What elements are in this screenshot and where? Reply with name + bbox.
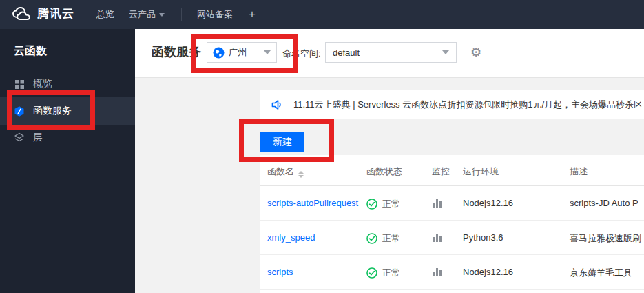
status-text: 正常 (382, 232, 400, 245)
runtime-cell: Python3.6 (463, 232, 503, 243)
speaker-icon (271, 99, 284, 110)
gear-icon[interactable]: ⚙ (470, 43, 481, 62)
status-cell: 正常 (366, 232, 400, 245)
sidebar-item-label: 函数服务 (33, 105, 72, 117)
monitor-chart-icon[interactable] (432, 198, 443, 210)
sidebar: 云函数 概览 函数服务 层 (0, 29, 135, 293)
status-cell: 正常 (366, 267, 400, 279)
column-header-status: 函数状态 (366, 165, 402, 178)
runtime-cell: Nodejs12.16 (463, 267, 513, 277)
navbar-divider (181, 8, 182, 21)
function-table: 函数名 函数状态 监控 运行环境 描述 scripts-autoPullrequ… (260, 155, 644, 293)
cloud-logo-icon (11, 6, 32, 21)
function-hexagon-icon (14, 105, 25, 117)
status-ok-icon (366, 267, 377, 279)
table-row: scripts-autoPullrequest 正常 Nodejs12.16 s… (260, 186, 644, 221)
banner-text: 11.11云上盛典 | Serverless 云函数冰点折扣资源包限时抢购1元/… (293, 99, 643, 111)
table-header-row: 函数名 函数状态 监控 运行环境 描述 (260, 155, 644, 186)
topbar: 腾讯云 总览 云产品 网站备案 + (0, 0, 644, 29)
status-ok-icon (366, 233, 377, 244)
page-title: 函数服务 (152, 43, 201, 60)
sidebar-item-label: 层 (33, 132, 43, 144)
layers-icon (14, 132, 25, 143)
table-row: xmly_speed 正常 Python3.6 喜马拉雅极速版刷 (260, 221, 644, 255)
table-row: scripts 正常 Nodejs12.16 京东薅羊毛工具 (260, 255, 644, 290)
runtime-cell: Nodejs12.16 (463, 198, 513, 208)
brand-name: 腾讯云 (37, 6, 74, 21)
sidebar-title: 云函数 (14, 44, 47, 59)
function-name-link[interactable]: scripts (267, 267, 293, 277)
status-cell: 正常 (366, 198, 400, 210)
chevron-down-icon (159, 13, 165, 17)
status-ok-icon (366, 199, 377, 210)
region-value: 广州 (229, 46, 247, 59)
navbar-item-cloud-products[interactable]: 云产品 (129, 0, 165, 29)
sidebar-item-overview[interactable]: 概览 (0, 71, 135, 97)
function-name-link[interactable]: scripts-autoPullrequest (267, 198, 358, 208)
navbar-add-tab-button[interactable]: + (249, 0, 256, 29)
column-header-monitor: 监控 (432, 165, 450, 178)
tencent-cloud-logo[interactable]: 腾讯云 (11, 6, 74, 21)
sidebar-item-layers[interactable]: 层 (0, 125, 135, 151)
description-cell: 喜马拉雅极速版刷 (570, 232, 641, 245)
column-header-runtime: 运行环境 (463, 165, 499, 178)
description-cell: scripts-JD Auto P (570, 198, 638, 208)
navbar-item-icp-filing[interactable]: 网站备案 (197, 0, 233, 29)
column-header-name[interactable]: 函数名 (267, 165, 304, 178)
navbar-item-overview[interactable]: 总览 (96, 0, 114, 29)
page-header: 函数服务 广州 命名空间: default ⚙ (135, 29, 644, 78)
sidebar-item-label: 概览 (33, 78, 52, 90)
sort-icon[interactable] (298, 171, 304, 178)
chevron-down-icon (264, 50, 271, 54)
sidebar-item-function-service[interactable]: 函数服务 (0, 97, 135, 125)
globe-icon (213, 47, 225, 59)
monitor-chart-icon[interactable] (432, 267, 443, 279)
namespace-label: 命名空间: (282, 48, 321, 60)
status-text: 正常 (382, 267, 400, 279)
chevron-down-icon (442, 50, 449, 54)
namespace-value: default (333, 48, 360, 58)
column-header-description: 描述 (570, 165, 588, 178)
promo-banner: 11.11云上盛典 | Serverless 云函数冰点折扣资源包限时抢购1元/… (260, 90, 644, 119)
region-selector[interactable]: 广州 (207, 42, 277, 63)
grid-icon (14, 79, 25, 90)
namespace-selector[interactable]: default (325, 42, 457, 63)
create-function-button[interactable]: 新建 (260, 132, 304, 152)
status-text: 正常 (382, 198, 400, 210)
monitor-chart-icon[interactable] (432, 232, 443, 245)
description-cell: 京东薅羊毛工具 (570, 267, 632, 279)
function-name-link[interactable]: xmly_speed (267, 232, 315, 243)
